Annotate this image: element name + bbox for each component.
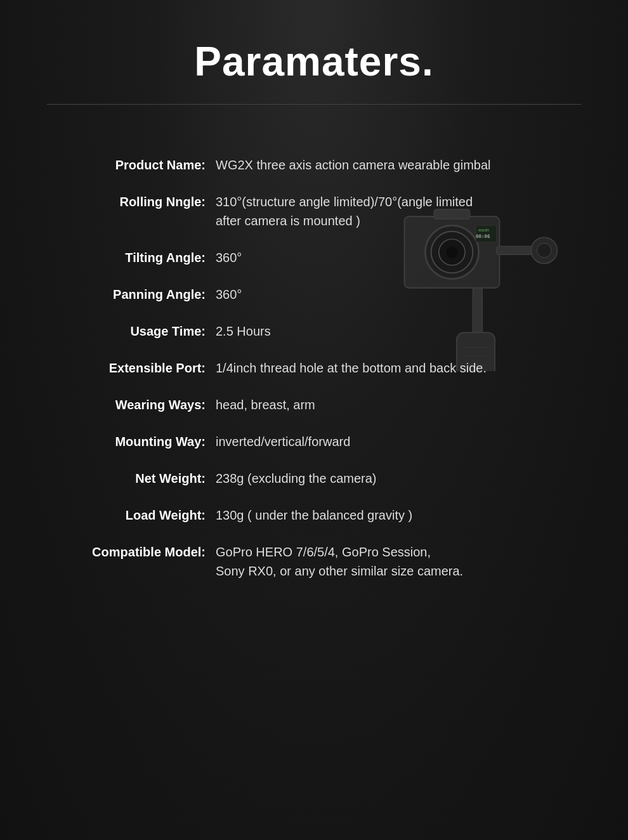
- param-label: Mounting Way:: [38, 432, 216, 451]
- params-table: Product Name:WG2X three axis action came…: [38, 155, 590, 581]
- param-value: 2.5 Hours: [216, 322, 271, 341]
- param-row: Usage Time:2.5 Hours: [38, 322, 590, 341]
- param-label: Load Weight:: [38, 506, 216, 525]
- page-container: Paramaters.: [0, 0, 628, 636]
- param-row: Wearing Ways:head, breast, arm: [38, 395, 590, 414]
- param-value: WG2X three axis action camera wearable g…: [216, 155, 491, 174]
- param-label: Compatible Model:: [38, 542, 216, 561]
- param-label: Panning Angle:: [38, 285, 216, 304]
- param-value: GoPro HERO 7/6/5/4, GoPro Session,Sony R…: [216, 542, 463, 581]
- section-divider: [47, 104, 581, 105]
- param-value: 360°: [216, 248, 242, 267]
- page-title-section: Paramaters.: [0, 0, 628, 104]
- param-row: Tilting Angle:360°: [38, 248, 590, 267]
- param-label: Product Name:: [38, 155, 216, 174]
- param-label: Tilting Angle:: [38, 248, 216, 267]
- param-label: Rolling Nngle:: [38, 192, 216, 211]
- param-value: inverted/vertical/forward: [216, 432, 350, 451]
- param-value: 238g (excluding the camera): [216, 469, 376, 488]
- param-row: Load Weight:130g ( under the balanced gr…: [38, 506, 590, 525]
- param-row: Rolling Nngle:310°(structure angle limit…: [38, 192, 590, 230]
- param-row: Product Name:WG2X three axis action came…: [38, 155, 590, 174]
- param-label: Extensible Port:: [38, 358, 216, 377]
- param-value: 130g ( under the balanced gravity ): [216, 506, 412, 525]
- param-label: Usage Time:: [38, 322, 216, 341]
- param-value: 1/4inch thread hole at the bottom and ba…: [216, 358, 487, 377]
- param-row: Net Weight:238g (excluding the camera): [38, 469, 590, 488]
- content-area: 4K60M 00:06 Product Name:WG2X three axis…: [0, 130, 628, 636]
- param-label: Net Weight:: [38, 469, 216, 488]
- param-row: Mounting Way:inverted/vertical/forward: [38, 432, 590, 451]
- param-row: Panning Angle:360°: [38, 285, 590, 304]
- param-row: Extensible Port:1/4inch thread hole at t…: [38, 358, 590, 377]
- page-title: Paramaters.: [0, 38, 628, 85]
- param-label: Wearing Ways:: [38, 395, 216, 414]
- param-row: Compatible Model:GoPro HERO 7/6/5/4, GoP…: [38, 542, 590, 581]
- param-value: head, breast, arm: [216, 395, 315, 414]
- param-value: 360°: [216, 285, 242, 304]
- param-value: 310°(structure angle limited)/70°(angle …: [216, 192, 473, 230]
